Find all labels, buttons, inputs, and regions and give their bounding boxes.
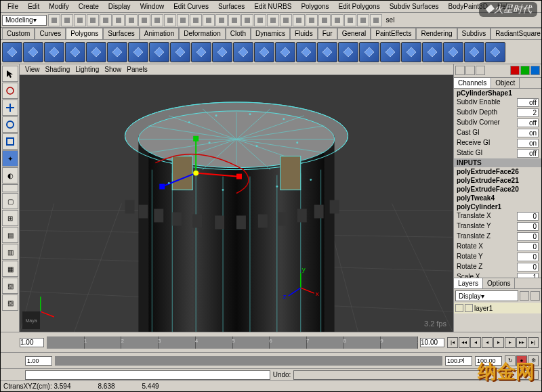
attr-scale-x[interactable]: Scale X1 — [454, 272, 541, 278]
menu-create[interactable]: Create — [75, 1, 103, 12]
layertab-layers[interactable]: Layers — [454, 278, 483, 288]
menu-edit[interactable]: Edit — [24, 1, 43, 12]
play-fwd-btn[interactable]: ▸ — [493, 337, 504, 348]
lasso-tool[interactable] — [2, 83, 18, 99]
time-track[interactable]: 12345678910 — [47, 336, 417, 349]
prev-key-btn[interactable]: ◂◂ — [459, 337, 470, 348]
toolbar-icon-10[interactable] — [177, 14, 189, 26]
toolbar-icon-7[interactable] — [138, 14, 150, 26]
vmenu-view[interactable]: View — [25, 66, 40, 73]
layout-b5[interactable]: ▨ — [2, 295, 18, 311]
toolbar-icon-13[interactable] — [215, 14, 228, 26]
shelf-icon-17[interactable] — [359, 42, 379, 62]
attr-translate-x[interactable]: Translate X0 — [454, 211, 541, 221]
toolbar-icon-18[interactable] — [280, 14, 292, 26]
ri3[interactable] — [476, 66, 485, 75]
manip-tool[interactable]: ✦ — [2, 150, 18, 167]
attr-translate-y[interactable]: Translate Y0 — [454, 221, 541, 232]
input-polyExtrudeFace20[interactable]: polyExtrudeFace20 — [454, 185, 541, 194]
toolbar-icon-2[interactable] — [74, 14, 86, 26]
shelf-icon-22[interactable] — [464, 42, 484, 62]
shelf-icon-13[interactable] — [275, 42, 295, 62]
vmenu-shading[interactable]: Shading — [45, 66, 70, 73]
shelf-tab-cloth[interactable]: Cloth — [226, 28, 251, 39]
toolbar-icon-8[interactable] — [151, 14, 163, 26]
layer-type[interactable] — [465, 304, 473, 312]
ri-green[interactable] — [520, 66, 530, 75]
layout-four[interactable]: ⊞ — [2, 210, 18, 226]
input-polyTweak4[interactable]: polyTweak4 — [454, 194, 541, 202]
shelf-tab-polygons[interactable]: Polygons — [66, 28, 103, 39]
layout-b4[interactable]: ▧ — [2, 278, 18, 294]
shelf-tab-deformation[interactable]: Deformation — [179, 28, 225, 39]
layertab-options[interactable]: Options — [483, 278, 515, 288]
shelf-tab-animation[interactable]: Animation — [140, 28, 179, 39]
display-dropdown[interactable]: Display▾ — [455, 290, 518, 301]
toolbar-icon-5[interactable] — [112, 14, 125, 26]
mel-input[interactable] — [25, 370, 270, 380]
shelf-icon-5[interactable] — [107, 42, 127, 62]
vmenu-lighting[interactable]: Lighting — [75, 66, 99, 73]
shelf-icon-20[interactable] — [422, 42, 442, 62]
shelf-icon-0[interactable] — [2, 42, 22, 62]
select-tool[interactable] — [2, 66, 18, 82]
toolbar-icon-17[interactable] — [267, 14, 279, 26]
toolbar-icon-25[interactable] — [370, 14, 382, 26]
menu-edit-polygons[interactable]: Edit Polygons — [335, 1, 384, 12]
shelf-tab-curves[interactable]: Curves — [35, 28, 66, 39]
shelf-tab-fluids[interactable]: Fluids — [290, 28, 318, 39]
time-slider[interactable]: 12345678910 |◂ ◂◂ ◂ ◂ ▸ ▸ ▸▸ ▸| — [1, 332, 541, 352]
time-end-field[interactable] — [420, 338, 444, 347]
shelf-icon-2[interactable] — [44, 42, 64, 62]
ri-red[interactable] — [510, 66, 520, 75]
next-frame-btn[interactable]: ▸ — [505, 337, 516, 348]
ri1[interactable] — [455, 66, 465, 75]
shelf-icon-19[interactable] — [401, 42, 421, 62]
toolbar-icon-20[interactable] — [306, 14, 318, 26]
shelf-icon-15[interactable] — [317, 42, 337, 62]
time-start-field[interactable] — [20, 338, 44, 347]
toolbar-icon-12[interactable] — [203, 14, 215, 26]
menu-modify[interactable]: Modify — [45, 1, 72, 12]
soft-tool[interactable]: ◐ — [2, 167, 18, 183]
layout-b2[interactable]: ▥ — [2, 244, 18, 260]
toolbar-icon-15[interactable] — [241, 14, 253, 26]
toolbar-icon-16[interactable] — [254, 14, 266, 26]
shelf-tab-fur[interactable]: Fur — [318, 28, 337, 39]
input-polyCylinder1[interactable]: polyCylinder1 — [454, 202, 541, 211]
shelf-tab-general[interactable]: General — [337, 28, 371, 39]
shelf-icon-11[interactable] — [233, 42, 253, 62]
input-polyExtrudeFace26[interactable]: polyExtrudeFace26 — [454, 167, 541, 176]
vmenu-show[interactable]: Show — [104, 66, 121, 73]
menu-file[interactable]: File — [3, 1, 22, 12]
layer-name[interactable]: layer1 — [474, 305, 493, 312]
shelf-icon-23[interactable] — [485, 42, 505, 62]
shelf-icon-12[interactable] — [254, 42, 274, 62]
toolbar-icon-24[interactable] — [357, 14, 369, 26]
toolbar-icon-14[interactable] — [228, 14, 241, 26]
chan-static-gi[interactable]: Static GIoff — [454, 148, 541, 158]
menu-subdiv-surfaces[interactable]: Subdiv Surfaces — [385, 1, 443, 12]
layer-btn1[interactable] — [520, 291, 529, 301]
next-key-btn[interactable]: ▸▸ — [516, 337, 527, 348]
chan-receive-gi[interactable]: Receive GIon — [454, 138, 541, 148]
shape-name[interactable]: pCylinderShape1 — [454, 89, 541, 97]
layout-b1[interactable]: ▤ — [2, 227, 18, 243]
play-back-btn[interactable]: ◂ — [482, 337, 493, 348]
rotate-tool[interactable] — [2, 116, 18, 133]
range-start[interactable] — [25, 356, 52, 366]
attr-rotate-x[interactable]: Rotate X0 — [454, 242, 541, 252]
attr-rotate-z[interactable]: Rotate Z0 — [454, 262, 541, 272]
range-bar[interactable] — [55, 356, 442, 366]
chtab-channels[interactable]: Channels — [454, 78, 491, 88]
layer-vis[interactable] — [455, 304, 463, 312]
menu-window[interactable]: Window — [136, 1, 169, 12]
menu-display[interactable]: Display — [104, 1, 135, 12]
shelf-icon-1[interactable] — [23, 42, 43, 62]
rewind-btn[interactable]: |◂ — [447, 337, 458, 348]
toolbar-icon-0[interactable] — [48, 14, 60, 26]
toolbar-icon-21[interactable] — [318, 14, 331, 26]
toolbar-icon-11[interactable] — [190, 14, 202, 26]
chtab-object[interactable]: Object — [491, 78, 520, 88]
menu-edit-nurbs[interactable]: Edit NURBS — [250, 1, 295, 12]
